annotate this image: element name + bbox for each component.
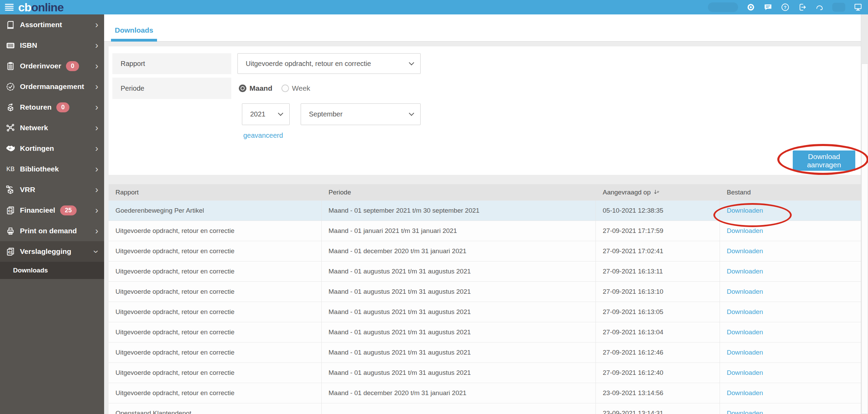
table-row[interactable]: Uitgevoerde opdracht, retour en correcti… <box>109 362 861 383</box>
cell-periode: Maand - 01 augustus 2021 t/m 31 augustus… <box>322 282 596 302</box>
sidebar-item-orderinvoer[interactable]: Orderinvoer0› <box>0 56 104 76</box>
cell-aangevraagd: 27-09-2021 16:13:04 <box>596 322 720 342</box>
advanced-link[interactable]: geavanceerd <box>243 132 283 139</box>
handshake-icon <box>4 144 16 153</box>
help-icon[interactable]: ? <box>781 3 790 12</box>
download-link[interactable]: Downloaden <box>727 227 763 235</box>
table-row[interactable]: Uitgevoerde opdracht, retour en correcti… <box>109 302 861 322</box>
radio-week[interactable]: Week <box>281 84 310 92</box>
cell-bestand: Downloaden <box>720 201 861 221</box>
topbar-actions: ? <box>708 0 863 14</box>
radio-maand-label: Maand <box>249 84 272 92</box>
rapport-select-value: Uitgevoerde opdracht, retour en correcti… <box>246 60 410 68</box>
radio-maand[interactable]: Maand <box>239 84 272 92</box>
display-icon[interactable] <box>854 3 863 12</box>
header-rapport[interactable]: Rapport <box>109 184 322 200</box>
download-link[interactable]: Downloaden <box>727 207 763 214</box>
vrr-box-icon <box>4 185 16 194</box>
messages-icon[interactable] <box>764 3 772 12</box>
table-row[interactable]: Goederenbeweging Per ArtikelMaand - 01 s… <box>109 200 861 221</box>
chevron-right-icon: › <box>95 61 98 71</box>
download-link[interactable]: Downloaden <box>727 247 763 255</box>
periode-radio-group: Maand Week <box>239 78 310 99</box>
filter-card: Rapport Uitgevoerde opdracht, retour en … <box>109 46 861 175</box>
settings-icon[interactable] <box>746 3 755 12</box>
table-row[interactable]: Uitgevoerde opdracht, retour en correcti… <box>109 342 861 362</box>
kb-icon: KB <box>4 164 16 174</box>
cell-rapport: Openstaand Klantendepot <box>109 403 322 414</box>
download-link[interactable]: Downloaden <box>727 288 763 295</box>
sidebar-item-vrr[interactable]: VRR› <box>0 179 104 200</box>
logout-icon[interactable] <box>798 3 807 12</box>
scrollbar-thumb[interactable] <box>861 64 868 414</box>
sidebar-item-retouren[interactable]: Retouren0› <box>0 97 104 118</box>
chevron-right-icon: › <box>95 206 98 215</box>
cell-aangevraagd: 27-09-2021 16:12:40 <box>596 363 720 383</box>
app-logo[interactable]: cbonline <box>18 0 64 15</box>
sidebar-item-kortingen[interactable]: Kortingen› <box>0 138 104 159</box>
printer-icon <box>4 226 16 236</box>
header-periode[interactable]: Periode <box>322 184 596 200</box>
cell-aangevraagd: 27-09-2021 16:13:05 <box>596 302 720 322</box>
header-bestand[interactable]: Bestand <box>720 184 861 200</box>
download-link[interactable]: Downloaden <box>727 308 763 316</box>
download-link[interactable]: Downloaden <box>727 268 763 275</box>
chevron-right-icon: › <box>95 41 98 50</box>
cell-bestand: Downloaden <box>720 302 861 322</box>
table-row[interactable]: Uitgevoerde opdracht, retour en correcti… <box>109 383 861 403</box>
cell-bestand: Downloaden <box>720 363 861 383</box>
year-select[interactable]: 2021 <box>242 103 290 125</box>
page-content: Rapport Uitgevoerde opdracht, retour en … <box>104 42 868 414</box>
table-row[interactable]: Uitgevoerde opdracht, retour en correcti… <box>109 221 861 241</box>
tab-active-underline <box>111 39 157 42</box>
table-row[interactable]: Uitgevoerde opdracht, retour en correcti… <box>109 281 861 302</box>
scrollbar[interactable] <box>861 14 868 414</box>
download-link[interactable]: Downloaden <box>727 369 763 377</box>
sidebar-item-netwerk[interactable]: Netwerk› <box>0 118 104 138</box>
table-row[interactable]: Uitgevoerde opdracht, retour en correcti… <box>109 261 861 281</box>
tab-downloads[interactable]: Downloads <box>111 14 157 42</box>
download-link[interactable]: Downloaden <box>727 349 763 356</box>
request-download-button[interactable]: Download aanvragen <box>793 150 855 171</box>
radio-selected-icon <box>239 85 246 92</box>
cell-periode: Maand - 01 december 2020 t/m 31 januari … <box>322 383 596 403</box>
sidebar-item-downloads[interactable]: Downloads <box>0 262 104 279</box>
cell-aangevraagd: 27-09-2021 16:13:10 <box>596 282 720 302</box>
periode-label: Periode <box>112 78 231 99</box>
sidebar-item-bibliotheek[interactable]: KBBibliotheek› <box>0 159 104 179</box>
rapport-label: Rapport <box>112 53 231 74</box>
topbar: cbonline ? <box>0 0 868 14</box>
table-row[interactable]: Uitgevoerde opdracht, retour en correcti… <box>109 322 861 342</box>
table-row[interactable]: Uitgevoerde opdracht, retour en correcti… <box>109 241 861 261</box>
download-link[interactable]: Downloaden <box>727 328 763 336</box>
sidebar-item-assortiment[interactable]: Assortiment› <box>0 14 104 35</box>
download-link[interactable]: Downloaden <box>727 410 763 414</box>
cell-aangevraagd: 27-09-2021 17:17:59 <box>596 221 720 241</box>
month-select[interactable]: September <box>301 103 421 125</box>
cell-rapport: Uitgevoerde opdracht, retour en correcti… <box>109 383 322 403</box>
rapport-select[interactable]: Uitgevoerde opdracht, retour en correcti… <box>237 53 421 74</box>
svg-text:€: € <box>8 250 10 254</box>
sidebar-item-isbn[interactable]: ISBN› <box>0 35 104 56</box>
chevron-right-icon: › <box>95 185 98 194</box>
header-aangevraagd[interactable]: Aangevraagd op <box>596 184 720 200</box>
cell-rapport: Uitgevoerde opdracht, retour en correcti… <box>109 221 322 241</box>
cell-bestand: Downloaden <box>720 261 861 281</box>
sidebar: Assortiment›ISBN›Orderinvoer0›Ordermanag… <box>0 14 104 414</box>
chevron-down-icon <box>409 60 414 65</box>
cell-bestand: Downloaden <box>720 221 861 241</box>
download-link[interactable]: Downloaden <box>727 389 763 397</box>
sidebar-item-print-on-demand[interactable]: Print on demand› <box>0 221 104 241</box>
sidebar-item-financieel[interactable]: €Financieel25› <box>0 200 104 221</box>
menu-icon[interactable] <box>4 2 14 12</box>
sort-descending-icon <box>653 189 660 195</box>
table-row[interactable]: Openstaand Klantendepot23-09-2021 13:14:… <box>109 403 861 414</box>
support-icon[interactable] <box>815 3 824 12</box>
sidebar-item-verslaglegging[interactable]: €Verslaglegging› <box>0 241 104 262</box>
downloads-table: Rapport Periode Aangevraagd op Bestand G… <box>109 184 861 414</box>
chevron-right-icon: › <box>95 123 98 133</box>
sidebar-item-ordermanagement[interactable]: Ordermanagement› <box>0 76 104 97</box>
cell-periode: Maand - 01 september 2021 t/m 30 septemb… <box>322 201 596 221</box>
chevron-down-icon: › <box>91 250 101 253</box>
cell-periode: Maand - 01 augustus 2021 t/m 31 augustus… <box>322 302 596 322</box>
